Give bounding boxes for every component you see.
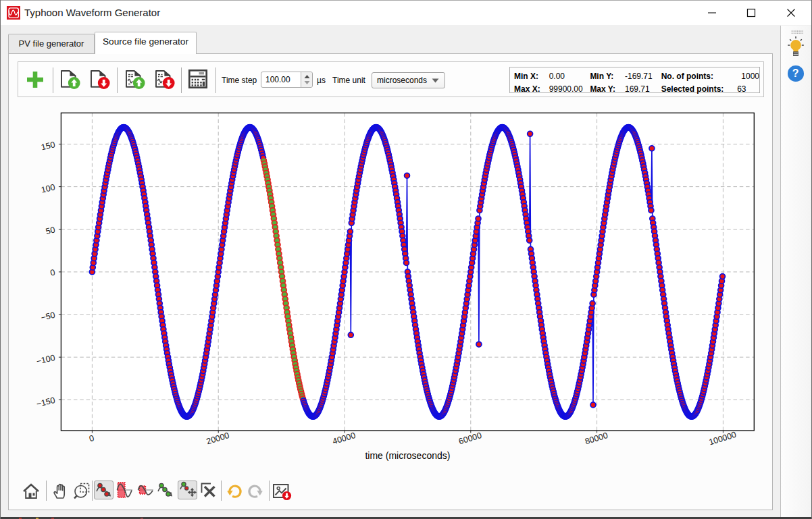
svg-text:100: 100 [41, 182, 57, 194]
svg-text:time (microseconds): time (microseconds) [365, 450, 450, 461]
svg-text:0: 0 [88, 433, 95, 443]
svg-text:50: 50 [45, 225, 56, 236]
svg-text:20000: 20000 [205, 431, 230, 447]
svg-text:60000: 60000 [457, 431, 482, 447]
svg-text:80000: 80000 [584, 431, 609, 447]
svg-text:−50: −50 [40, 310, 56, 323]
svg-text:100000: 100000 [708, 430, 738, 447]
svg-text:150: 150 [41, 140, 57, 152]
svg-text:−100: −100 [35, 353, 56, 366]
svg-text:0: 0 [49, 268, 56, 278]
svg-text:−150: −150 [35, 395, 56, 409]
svg-text:40000: 40000 [332, 431, 357, 447]
